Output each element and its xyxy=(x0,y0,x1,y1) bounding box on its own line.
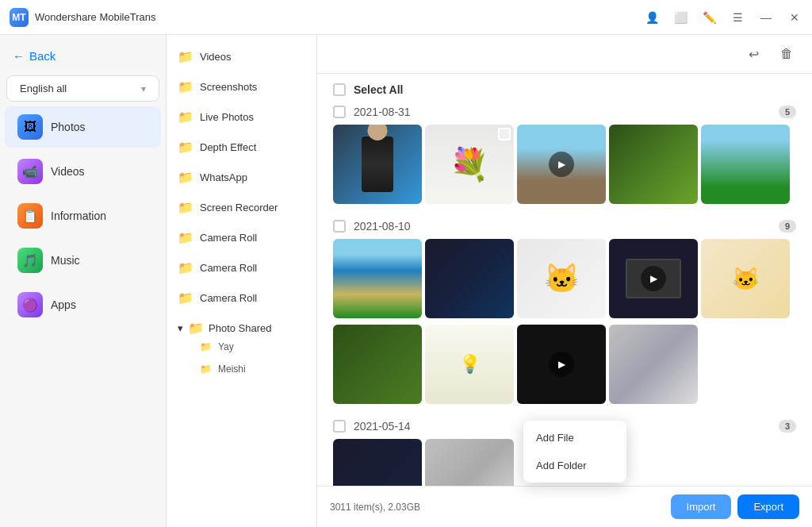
screen-recorder-label: Screen Recorder xyxy=(200,202,278,213)
main-layout: ← Back English all ▾ 🖼 Photos 📹 Videos 📋… xyxy=(0,35,812,527)
photo-item[interactable] xyxy=(333,325,422,404)
camera-roll-1-icon: 📁 xyxy=(178,229,193,245)
count-badge-1: 5 xyxy=(779,106,796,118)
sidebar-item-music[interactable]: 🎵 Music xyxy=(5,240,161,281)
export-button[interactable]: Export xyxy=(737,494,799,519)
title-bar-left: MT Wondershare MobileTrans xyxy=(10,8,155,27)
sidebar-apps-label: Apps xyxy=(51,298,76,311)
select-all-checkbox[interactable] xyxy=(333,83,346,96)
photo-item[interactable]: 💐 xyxy=(425,125,514,204)
context-menu: Add File Add Folder xyxy=(523,421,626,483)
delete-button[interactable]: 🗑 xyxy=(774,41,799,67)
sidebar-photos-label: Photos xyxy=(51,121,86,133)
middle-item-camera-roll-3[interactable]: 📁 Camera Roll xyxy=(167,283,316,313)
date-group-3-checkbox[interactable] xyxy=(333,420,346,433)
back-label: Back xyxy=(29,49,56,63)
photo-item[interactable]: 🐱 xyxy=(517,239,606,318)
app-title: Wondershare MobileTrans xyxy=(35,11,155,23)
videos-folder-icon: 📁 xyxy=(178,48,193,64)
sidebar: ← Back English all ▾ 🖼 Photos 📹 Videos 📋… xyxy=(0,35,167,527)
item-count-label: 3011 item(s), 2.03GB xyxy=(330,502,420,513)
live-photos-label: Live Photos xyxy=(200,111,254,123)
sidebar-music-label: Music xyxy=(51,254,80,267)
sidebar-item-videos[interactable]: 📹 Videos xyxy=(5,151,161,192)
photos-icon: 🖼 xyxy=(17,114,43,140)
photo-item[interactable] xyxy=(609,125,698,204)
middle-item-camera-roll-1[interactable]: 📁 Camera Roll xyxy=(167,222,316,252)
play-icon: ▶ xyxy=(549,352,574,377)
back-button[interactable]: ← Back xyxy=(0,43,166,69)
middle-item-depth-effect[interactable]: 📁 Depth Effect xyxy=(167,132,316,162)
date-group-2: 2021-08-10 9 🐱 ▶ xyxy=(327,217,802,407)
photo-item[interactable] xyxy=(333,125,422,204)
date-label-1: 2021-08-31 xyxy=(354,106,411,118)
videos-icon: 📹 xyxy=(17,159,43,184)
camera-roll-2-label: Camera Roll xyxy=(200,262,257,274)
yay-label: Yay xyxy=(218,341,234,352)
information-icon: 📋 xyxy=(17,203,43,229)
title-bar: MT Wondershare MobileTrans 👤 ⬜ ✏️ ☰ — ✕ xyxy=(0,0,812,35)
screenshots-folder-icon: 📁 xyxy=(178,79,193,94)
menu-icon-btn[interactable]: ☰ xyxy=(730,10,745,25)
toolbar-actions: ↩ 🗑 xyxy=(741,41,799,67)
date-header-1: 2021-08-31 5 xyxy=(327,102,802,121)
edit-icon-btn[interactable]: ✏️ xyxy=(701,10,717,25)
middle-item-camera-roll-2[interactable]: 📁 Camera Roll xyxy=(167,252,316,283)
date-group-2-checkbox[interactable] xyxy=(333,220,346,233)
photo-item[interactable]: ▶ xyxy=(517,125,606,204)
photo-item[interactable] xyxy=(333,239,422,318)
photo-item[interactable] xyxy=(425,439,514,486)
context-menu-add-folder[interactable]: Add Folder xyxy=(523,452,626,479)
sidebar-item-photos[interactable]: 🖼 Photos xyxy=(5,106,161,148)
camera-roll-1-label: Camera Roll xyxy=(200,232,257,244)
date-row-2: 2021-08-10 xyxy=(333,220,411,233)
import-button[interactable]: Import xyxy=(671,494,732,519)
sidebar-item-apps[interactable]: 🟣 Apps xyxy=(5,284,161,325)
apps-icon: 🟣 xyxy=(17,292,43,317)
photo-item[interactable] xyxy=(701,125,790,204)
whatsapp-folder-icon: 📁 xyxy=(178,169,193,185)
date-row-1: 2021-08-31 xyxy=(333,106,411,118)
language-selector[interactable]: English all ▾ xyxy=(6,75,159,102)
date-label-2: 2021-08-10 xyxy=(354,220,411,233)
language-label: English all xyxy=(20,83,67,94)
close-btn[interactable]: ✕ xyxy=(787,10,802,25)
photo-shared-sub-meishi[interactable]: 📁 Meishi xyxy=(193,358,305,380)
photo-checkbox[interactable] xyxy=(498,128,511,140)
photo-item[interactable]: ▶ xyxy=(517,325,606,404)
photo-item[interactable]: 💡 xyxy=(425,325,514,404)
photo-item[interactable]: ▶ xyxy=(609,239,698,318)
photo-item[interactable] xyxy=(425,239,514,318)
middle-item-whatsapp[interactable]: 📁 WhatsApp xyxy=(167,162,316,192)
middle-item-live-photos[interactable]: 📁 Live Photos xyxy=(167,102,316,132)
bookmark-icon-btn[interactable]: ⬜ xyxy=(672,10,688,25)
minimize-btn[interactable]: — xyxy=(758,10,774,25)
screen-recorder-folder-icon: 📁 xyxy=(178,199,193,215)
camera-roll-3-label: Camera Roll xyxy=(200,292,257,304)
context-menu-add-file[interactable]: Add File xyxy=(523,424,626,452)
count-badge-2: 9 xyxy=(779,220,796,233)
depth-effect-folder-icon: 📁 xyxy=(178,139,193,155)
whatsapp-label: WhatsApp xyxy=(200,171,247,183)
app-icon: MT xyxy=(10,8,29,27)
play-icon: ▶ xyxy=(549,152,574,177)
middle-item-screen-recorder[interactable]: 📁 Screen Recorder xyxy=(167,192,316,222)
middle-item-screenshots[interactable]: 📁 Screenshots xyxy=(167,71,316,102)
photo-item[interactable] xyxy=(609,325,698,404)
photo-item[interactable] xyxy=(333,439,422,486)
photo-shared-sub-yay[interactable]: 📁 Yay xyxy=(193,336,305,358)
photo-shared-section[interactable]: ▾ 📁 Photo Shared 📁 Yay 📁 Meishi xyxy=(167,313,316,387)
middle-item-videos[interactable]: 📁 Videos xyxy=(167,41,316,71)
meishi-label: Meishi xyxy=(218,364,246,375)
music-icon: 🎵 xyxy=(17,248,43,273)
photo-item[interactable]: 🐱 xyxy=(701,239,790,318)
refresh-button[interactable]: ↩ xyxy=(741,41,766,67)
date-group-1: 2021-08-31 5 💐 xyxy=(327,102,802,207)
user-icon-btn[interactable]: 👤 xyxy=(644,10,660,25)
select-all-label: Select All xyxy=(354,83,404,96)
sidebar-item-information[interactable]: 📋 Information xyxy=(5,195,161,237)
photo-grid-2b: 💡 ▶ xyxy=(327,321,802,407)
date-group-1-checkbox[interactable] xyxy=(333,106,346,118)
meishi-folder-icon: 📁 xyxy=(200,364,212,375)
title-bar-right: 👤 ⬜ ✏️ ☰ — ✕ xyxy=(644,10,802,25)
